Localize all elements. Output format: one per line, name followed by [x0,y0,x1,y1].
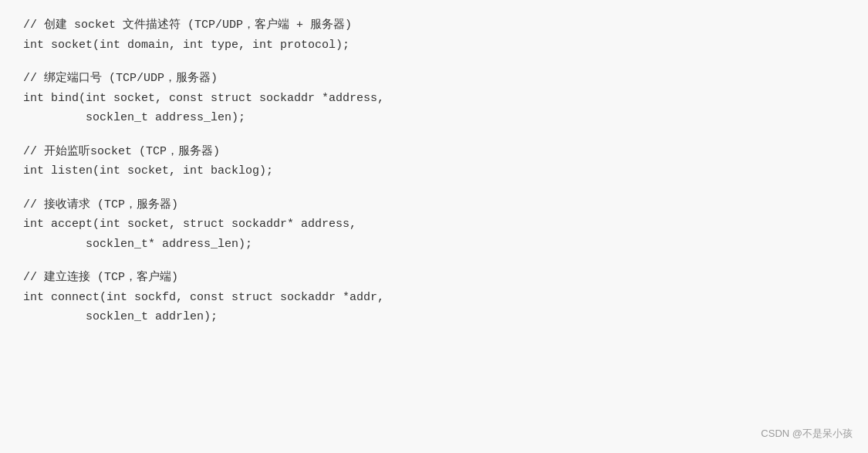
watermark: CSDN @不是呆小孩 [761,427,853,441]
socket-comment: // 创建 socket 文件描述符 (TCP/UDP，客户端 + 服务器) [23,15,845,35]
code-container: // 创建 socket 文件描述符 (TCP/UDP，客户端 + 服务器) i… [0,0,868,453]
bind-signature: int bind(int socket, const struct sockad… [23,89,845,128]
listen-comment: // 开始监听socket (TCP，服务器) [23,142,845,162]
bind-section: // 绑定端口号 (TCP/UDP，服务器) int bind(int sock… [23,69,845,128]
listen-section: // 开始监听socket (TCP，服务器) int listen(int s… [23,142,845,181]
bind-comment: // 绑定端口号 (TCP/UDP，服务器) [23,69,845,89]
connect-signature: int connect(int sockfd, const struct soc… [23,288,845,327]
connect-comment: // 建立连接 (TCP，客户端) [23,268,845,288]
accept-section: // 接收请求 (TCP，服务器) int accept(int socket,… [23,195,845,255]
connect-section: // 建立连接 (TCP，客户端) int connect(int sockfd… [23,268,845,327]
socket-signature: int socket(int domain, int type, int pro… [23,35,845,56]
accept-signature: int accept(int socket, struct sockaddr* … [23,215,845,254]
listen-signature: int listen(int socket, int backlog); [23,161,845,181]
socket-section: // 创建 socket 文件描述符 (TCP/UDP，客户端 + 服务器) i… [23,15,845,55]
code-block: // 创建 socket 文件描述符 (TCP/UDP，客户端 + 服务器) i… [23,15,845,327]
accept-comment: // 接收请求 (TCP，服务器) [23,195,845,215]
